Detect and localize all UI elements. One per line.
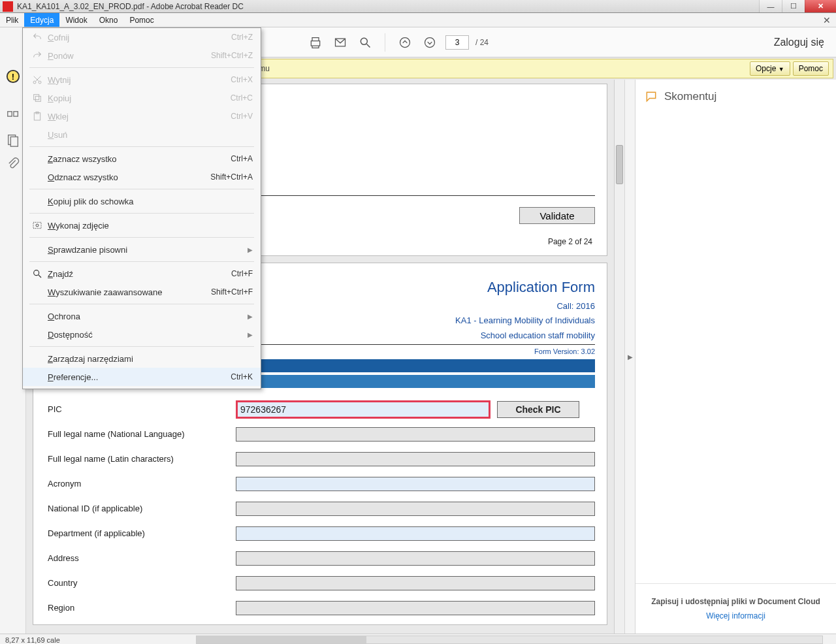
menu-item-shortcut: Ctrl+X: [231, 75, 253, 84]
menu-item-znajd-[interactable]: ZnajdźCtrl+F: [23, 265, 261, 283]
menu-item-label: Zarządzaj narzędziami: [45, 354, 253, 364]
options-button[interactable]: Opcje ▼: [750, 61, 790, 76]
undo-icon: [29, 32, 45, 42]
svg-rect-13: [35, 96, 40, 101]
svg-rect-14: [34, 95, 39, 100]
svg-point-9: [400, 37, 410, 47]
menu-item-wyszukiwanie-zaawansowane[interactable]: Wyszukiwanie zaawansowaneShift+Ctrl+F: [23, 283, 261, 301]
window-buttons: — ☐ ✕: [759, 0, 836, 12]
menu-item-wklej: WklejCtrl+V: [23, 107, 261, 125]
field-country[interactable]: [236, 576, 595, 590]
cloud-promo-link[interactable]: Więcej informacji: [646, 611, 826, 620]
menu-item-label: Kopiuj: [45, 93, 231, 103]
menu-item-dost-pno-[interactable]: Dostępność▶: [23, 325, 261, 344]
label-natid: National ID (if applicable): [45, 504, 236, 513]
menu-item-shortcut: Ctrl+A: [231, 154, 253, 163]
field-region[interactable]: [236, 601, 595, 615]
app-icon: [3, 1, 13, 12]
page-up-button[interactable]: [396, 33, 414, 52]
menu-separator: [29, 261, 254, 262]
print-button[interactable]: [306, 33, 325, 52]
label-fln-nat: Full legal name (National Language): [45, 429, 236, 439]
login-link[interactable]: Zaloguj się: [774, 37, 831, 48]
search-button[interactable]: [356, 33, 374, 52]
menu-item-label: Wyszukiwanie zaawansowane: [45, 287, 211, 297]
label-fln-lat: Full legal name (Latin characters): [45, 454, 236, 464]
menu-item-kopiuj-plik-do-schowka[interactable]: Kopiuj plik do schowka: [23, 192, 261, 210]
pic-input[interactable]: [236, 400, 490, 419]
copy-icon: [29, 93, 45, 103]
svg-rect-5: [10, 137, 18, 147]
right-panel: Skomentuj Zapisuj i udostępniaj pliki w …: [635, 80, 836, 634]
menu-item-usu-: Usuń: [23, 125, 261, 144]
menu-separator: [29, 237, 254, 238]
menu-separator: [29, 67, 254, 68]
field-fln-nat[interactable]: [236, 427, 595, 442]
menu-item-shortcut: Ctrl+C: [231, 93, 253, 103]
menu-item-zaznacz-wszystko[interactable]: Zaznacz wszystkoCtrl+A: [23, 150, 261, 168]
label-pic: PIC: [45, 404, 236, 414]
validate-button[interactable]: Validate: [519, 207, 595, 224]
menu-separator: [29, 146, 254, 147]
submenu-arrow-icon: ▶: [248, 246, 253, 253]
menu-separator: [29, 213, 254, 214]
menu-edycja[interactable]: Edycja: [24, 13, 59, 27]
field-address[interactable]: [236, 551, 595, 566]
submenu-arrow-icon: ▶: [248, 313, 253, 320]
menu-item-shortcut: Ctrl+V: [231, 112, 253, 121]
minimize-button[interactable]: —: [759, 0, 782, 12]
menu-widok[interactable]: Widok: [59, 13, 93, 27]
menu-pomoc[interactable]: Pomoc: [123, 13, 159, 27]
menu-item-wykonaj-zdj-cie[interactable]: Wykonaj zdjęcie: [23, 216, 261, 234]
menu-item-label: Sprawdzanie pisowni: [45, 245, 248, 255]
redo-icon: [29, 50, 45, 61]
svg-point-10: [425, 37, 435, 47]
menu-item-zarz-dzaj-narz-dziami[interactable]: Zarządzaj narzędziami: [23, 349, 261, 368]
page-number-input[interactable]: [445, 35, 469, 50]
menu-item-ochrona[interactable]: Ochrona▶: [23, 307, 261, 325]
thumbnails-icon[interactable]: [6, 110, 20, 124]
cloud-promo: Zapisuj i udostępniaj pliki w Document C…: [635, 583, 836, 634]
page-size-label: 8,27 x 11,69 cale: [5, 636, 60, 644]
menu-okno[interactable]: Okno: [93, 13, 124, 27]
page-down-button[interactable]: [421, 33, 439, 52]
cloud-promo-lead: Zapisuj i udostępniaj pliki w Document C…: [646, 597, 826, 606]
field-natid[interactable]: [236, 502, 595, 516]
svg-rect-3: [13, 112, 17, 116]
window-titlebar: KA1_KA101_A_3.02_EN_PROD.pdf - Adobe Acr…: [0, 0, 836, 13]
svg-point-19: [34, 270, 39, 276]
paste-icon: [29, 111, 45, 121]
menu-item-shortcut: Ctrl+Z: [231, 33, 253, 42]
svg-text:!: !: [11, 72, 14, 82]
menu-item-preferencje-[interactable]: Preferencje...Ctrl+K: [23, 368, 261, 386]
comment-section[interactable]: Skomentuj: [635, 80, 836, 114]
menu-item-cofnij: CofnijCtrl+Z: [23, 28, 261, 46]
maximize-button[interactable]: ☐: [782, 0, 805, 12]
svg-line-20: [39, 275, 41, 278]
menu-item-odznacz-wszystko[interactable]: Odznacz wszystkoShift+Ctrl+A: [23, 168, 261, 186]
menu-item-sprawdzanie-pisowni[interactable]: Sprawdzanie pisowni▶: [23, 240, 261, 259]
close-button[interactable]: ✕: [805, 0, 836, 12]
comment-icon: [645, 90, 658, 103]
menu-plik[interactable]: Plik: [0, 13, 24, 27]
menu-item-label: Odznacz wszystko: [45, 172, 210, 182]
field-fln-lat[interactable]: [236, 452, 595, 466]
document-close-button[interactable]: ✕: [818, 13, 836, 27]
window-title: KA1_KA101_A_3.02_EN_PROD.pdf - Adobe Acr…: [16, 2, 759, 11]
pages-icon[interactable]: [6, 133, 20, 148]
menu-item-shortcut: Ctrl+K: [231, 372, 253, 381]
check-pic-button[interactable]: Check PIC: [497, 401, 579, 418]
attachments-icon[interactable]: [6, 157, 20, 171]
edit-menu-dropdown[interactable]: CofnijCtrl+ZPonówShift+Ctrl+ZWytnijCtrl+…: [22, 27, 261, 389]
horizontal-scrollbar[interactable]: [196, 636, 823, 644]
menu-item-label: Preferencje...: [45, 372, 231, 382]
field-acronym[interactable]: [236, 477, 595, 491]
camera-icon: [29, 220, 45, 231]
field-dept[interactable]: [236, 526, 595, 541]
menu-item-label: Znajdź: [45, 269, 231, 279]
vertical-scrollbar[interactable]: [614, 80, 624, 634]
email-button[interactable]: [331, 33, 349, 52]
help-button[interactable]: Pomoc: [793, 61, 829, 76]
warning-icon[interactable]: !: [6, 69, 20, 84]
panel-splitter[interactable]: ▶: [624, 80, 635, 634]
